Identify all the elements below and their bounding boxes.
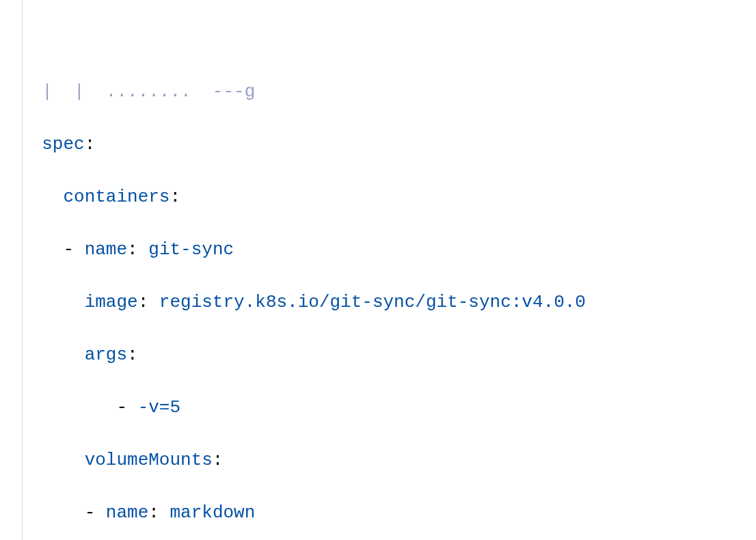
vm-name: markdown [170,502,255,523]
code-line: | | ........ ---g [0,79,756,105]
code-line: containers: [0,184,756,210]
yaml-key-spec: spec [42,134,84,154]
code-line: image: registry.k8s.io/git-sync/git-sync… [0,289,756,315]
faded-fragment: | | ........ ---g [21,81,255,102]
arg-value: -v=5 [138,397,180,418]
container-name: git-sync [148,239,234,260]
yaml-key-image: image [85,292,138,312]
yaml-code-block: | | ........ ---g spec: containers: - na… [0,0,756,540]
code-line: args: [0,342,756,368]
code-line: volumeMounts: [0,447,756,473]
yaml-key-name: name [85,239,127,260]
code-line: - -v=5 [0,394,756,420]
yaml-key-args: args [85,345,127,365]
image-value: registry.k8s.io/git-sync/git-sync:v4.0.0 [159,292,586,312]
yaml-key-volumemounts: volumeMounts [85,450,213,470]
yaml-key-containers: containers [63,187,170,207]
code-line: spec: [0,131,756,157]
yaml-key-name: name [106,502,148,523]
code-line: - name: git-sync [0,237,756,262]
code-line: - name: markdown [0,500,756,526]
